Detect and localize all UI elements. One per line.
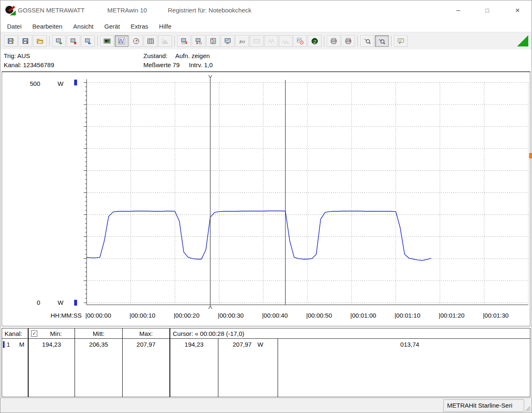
toolbar-button-file-save-as[interactable] (4, 35, 18, 47)
titlebar: GOSSEN METRAWATT METRAwin 10 Registriert… (0, 0, 532, 20)
toolbar-separator (358, 36, 358, 46)
value-cursor1: 194,23 (170, 339, 218, 397)
toolbar-button-view-chart[interactable] (115, 35, 128, 47)
toolbar-button-comment[interactable] (394, 35, 408, 47)
trigger-status: Trig: AUS (4, 52, 30, 59)
channel-table-row: 1 M 194,23 206,35 207,97 194,23 207,97W … (2, 339, 530, 397)
wave-x-icon (268, 38, 275, 44)
device-config-icon (181, 38, 188, 44)
monitor-icon (224, 38, 231, 44)
toolbar-button-device-read[interactable] (52, 35, 66, 47)
toolbar-button-time-chart[interactable] (293, 35, 307, 47)
x-tick-label: |00:00:00 (85, 312, 111, 319)
recording-status-panel: Trig: AUS Kanal: 123456789 Zustand: Aufn… (0, 49, 532, 71)
toolbar-button-zoom-horizontal[interactable] (360, 35, 374, 47)
power-chart[interactable] (83, 74, 530, 311)
table-icon (147, 38, 154, 44)
toolbar-button-file-open[interactable] (33, 35, 47, 47)
channel-visible-checkbox[interactable]: ✓ (31, 330, 37, 337)
y-axis-unit-bottom: W (58, 299, 63, 306)
toolbar-button-zoom-curve[interactable] (375, 35, 389, 47)
value-min: 194,23 (29, 339, 75, 397)
display2-icon (253, 38, 260, 44)
title-brand: GOSSEN METRAWATT (18, 7, 85, 14)
value-mitt: 206,35 (75, 339, 123, 397)
header-max: Max: (123, 328, 170, 338)
zoom-m-icon (364, 38, 371, 44)
header-mitt: Mitt: (75, 328, 123, 338)
x-tick-label: |00:01:00 (351, 312, 376, 319)
toolbar-button-function[interactable]: f(x) (235, 35, 249, 47)
toolbar-separator (174, 36, 175, 46)
toolbar-separator (97, 36, 98, 46)
toolbar-button-view-numeric[interactable]: 1.88 (100, 35, 114, 47)
histogram-icon (162, 38, 169, 44)
chart-clock-icon (297, 38, 304, 44)
device-name-field: METRAHit Starline-Seri (443, 399, 524, 412)
zustand-label: Zustand: (143, 52, 167, 59)
zoom-wave-icon (378, 38, 385, 44)
resize-grip[interactable] (525, 406, 531, 412)
toolbar-button-print[interactable] (327, 35, 341, 47)
menu-item-extras[interactable]: Extras (125, 23, 154, 30)
wave-m-icon (282, 38, 289, 44)
menu-item-bearbeiten[interactable]: Bearbeiten (27, 23, 68, 30)
toolbar-button-online-monitor[interactable] (221, 35, 235, 47)
channel-range-marker-bottom (74, 300, 77, 306)
toolbar-button-print-setup[interactable] (341, 35, 355, 47)
menu-item-geraet[interactable]: Gerät (99, 23, 126, 30)
toolbar-button-device-config[interactable] (177, 35, 191, 47)
line-chart-icon (118, 38, 125, 44)
x-axis-title: HH:MM:SS (44, 312, 82, 319)
toolbar-button-view-analog[interactable] (129, 35, 143, 47)
folder-open-icon (36, 38, 44, 44)
device-download-icon (195, 38, 202, 44)
close-button[interactable]: × (508, 0, 527, 20)
meter-config-icon (210, 38, 217, 44)
menu-item-hilfe[interactable]: Hilfe (154, 23, 177, 30)
header-cursor: Cursor: « 00:00:28 (-17,0) (170, 328, 530, 338)
channel-range-marker-top (74, 80, 77, 85)
toolbar-button-signal-a (264, 35, 278, 47)
toolbar-separator (49, 36, 50, 46)
toolbar-button-display (250, 35, 264, 47)
x-tick-label: |00:01:10 (394, 312, 420, 319)
interval-value: Intrv. 1,0 (189, 61, 213, 68)
value-max: 207,97 (123, 339, 170, 397)
toolbar-button-view-histogram (158, 35, 172, 47)
toolbar-button-device-clear[interactable] (67, 35, 80, 47)
toolbar-buttons: 1.88f(x) (0, 32, 532, 49)
statusbar: METRAHit Starline-Seri (0, 398, 532, 413)
toolbar-button-view-table[interactable] (144, 35, 157, 47)
toolbar-separator (324, 36, 324, 46)
zustand-value: Aufn. zeigen (175, 52, 210, 59)
toolbar-button-device-write[interactable] (81, 35, 95, 47)
x-tick-label: |00:00:30 (218, 312, 244, 319)
numeric-display-icon: 1.88 (104, 38, 111, 44)
header-min: Min: (37, 330, 75, 337)
maximize-button[interactable]: □ (478, 0, 496, 20)
minimize-button[interactable]: – (449, 0, 467, 20)
title-app: METRAwin 10 (107, 7, 147, 14)
y-axis-unit-top: W (58, 80, 63, 87)
toolbar-button-file-save[interactable] (19, 35, 32, 47)
toolbar-button-meter-config[interactable] (206, 35, 220, 47)
x-tick-label: |00:00:50 (306, 312, 332, 319)
disk-pencil-icon (7, 38, 15, 44)
toolbar-button-device-download[interactable] (192, 35, 206, 47)
y-axis-min-label: 0 (22, 299, 40, 306)
svg-text:f(x): f(x) (239, 39, 245, 43)
device-out-icon (85, 38, 92, 44)
title-registration: Registriert für: Notebookcheck (168, 7, 251, 14)
gossen-metrawatt-logo (5, 5, 16, 16)
disk-icon (22, 38, 29, 44)
menu-item-ansicht[interactable]: Ansicht (68, 23, 99, 30)
menubar: Datei Bearbeiten Ansicht Gerät Extras Hi… (0, 20, 532, 32)
channel-table-header: Kanal: ✓ Min: Mitt: Max: Cursor: « 00:00… (2, 328, 530, 339)
device-in-icon (56, 38, 63, 44)
x-tick-label: |00:01:30 (483, 312, 508, 319)
toolbar-button-live-meter[interactable] (308, 35, 322, 47)
value-delta: 013,74 (278, 339, 530, 397)
value-cursor2: 207,97W (218, 339, 278, 397)
menu-item-datei[interactable]: Datei (2, 23, 27, 30)
